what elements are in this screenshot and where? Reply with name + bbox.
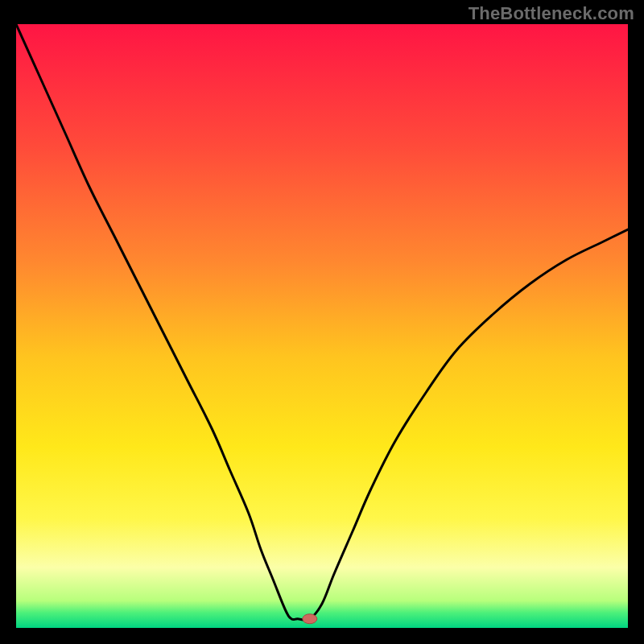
plot-area xyxy=(16,24,628,628)
watermark-text: TheBottleneck.com xyxy=(469,3,634,24)
plot-svg xyxy=(16,24,628,628)
gradient-rect xyxy=(16,24,628,628)
optimal-marker xyxy=(303,614,317,624)
chart-frame: TheBottleneck.com xyxy=(0,0,644,644)
